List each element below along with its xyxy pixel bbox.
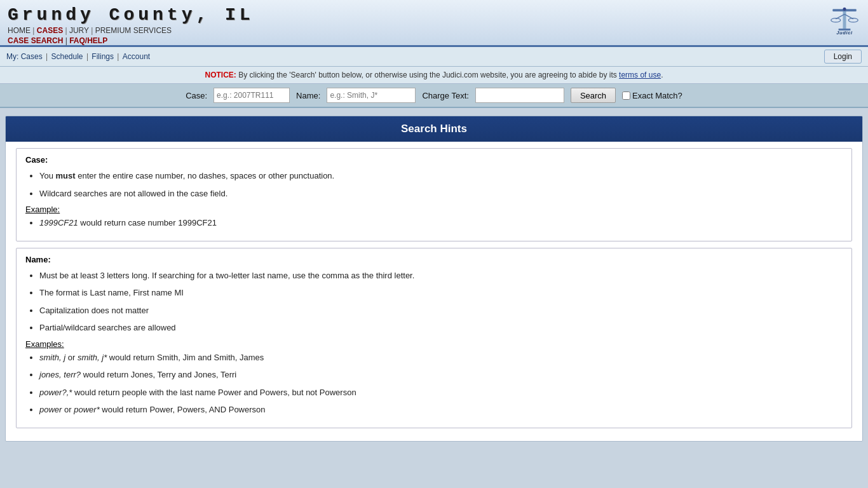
nav-jury[interactable]: JURY — [69, 26, 89, 35]
name-bullet-3: Capitalization does not matter — [39, 304, 843, 317]
search-button[interactable]: Search — [571, 88, 616, 103]
nav-filings[interactable]: Filings — [92, 52, 114, 61]
name-section-title: Name: — [25, 255, 843, 264]
nav-secondary: CASE SEARCH | FAQ/HELP — [8, 36, 254, 45]
case-label: Case: — [186, 91, 207, 100]
case-example-1: 1999CF21 would return case number 1999CF… — [39, 217, 843, 229]
logo-area: Judici — [825, 5, 860, 39]
judici-logo: Judici — [825, 5, 860, 37]
sep4: | — [63, 36, 69, 45]
name-bullet-1: Must be at least 3 letters long. If sear… — [39, 269, 843, 282]
site-title: Grundy County, IL — [8, 5, 254, 25]
case-bullet-2: Wildcard searches are not allowed in the… — [39, 187, 843, 200]
name-bullets: Must be at least 3 letters long. If sear… — [25, 269, 843, 334]
case-input[interactable] — [214, 88, 290, 103]
nav-my-cases[interactable]: My: Cases — [6, 52, 43, 61]
search-hints-header: Search Hints — [6, 116, 862, 142]
logo-svg: Judici — [829, 5, 860, 37]
my-cases-bar: My: Cases | Schedule | Filings | Account… — [0, 47, 868, 67]
name-examples-label: Examples: — [25, 339, 843, 349]
name-bullet-4: Partial/wildcard searches are allowed — [39, 322, 843, 334]
name-input[interactable] — [327, 88, 416, 103]
case-hint-section: Case: You must enter the entire case num… — [16, 148, 852, 241]
notice-bar: NOTICE: By clicking the 'Search' button … — [0, 67, 868, 84]
sep1: | — [31, 26, 37, 35]
main-content: Search Hints Case: You must enter the en… — [5, 116, 863, 442]
header-left: Grundy County, IL HOME | CASES | JURY | … — [8, 5, 254, 45]
nav-home[interactable]: HOME — [8, 26, 31, 35]
charge-label: Charge Text: — [422, 91, 468, 100]
sep3: | — [89, 26, 95, 35]
sep2: | — [63, 26, 69, 35]
page-header: Grundy County, IL HOME | CASES | JURY | … — [0, 0, 868, 47]
sep-mc1: | — [46, 52, 50, 61]
name-hint-section: Name: Must be at least 3 letters long. I… — [16, 248, 852, 428]
exact-match-label: Exact Match? — [622, 91, 682, 100]
sep-mc2: | — [86, 52, 90, 61]
svg-rect-0 — [843, 9, 846, 29]
svg-text:Judici: Judici — [836, 30, 853, 36]
name-example-1: smith, j or smith, j* would return Smith… — [39, 351, 843, 364]
exact-match-checkbox[interactable] — [622, 92, 630, 100]
svg-point-2 — [843, 8, 846, 11]
case-example-label: Example: — [25, 205, 843, 214]
notice-suffix: . — [661, 71, 663, 79]
name-label: Name: — [296, 91, 320, 100]
name-example-bullets: smith, j or smith, j* would return Smith… — [25, 351, 843, 416]
exact-match-text: Exact Match? — [632, 91, 682, 100]
nav-cases[interactable]: CASES — [37, 26, 63, 35]
hints-body: Case: You must enter the entire case num… — [6, 142, 862, 441]
name-example-2: jones, terr? would return Jones, Terry a… — [39, 369, 843, 381]
nav-faq[interactable]: FAQ/HELP — [69, 36, 107, 45]
login-button[interactable]: Login — [824, 50, 862, 64]
case-section-title: Case: — [25, 155, 843, 165]
nav-case-search[interactable]: CASE SEARCH — [8, 36, 63, 45]
my-cases-nav: My: Cases | Schedule | Filings | Account — [6, 52, 150, 61]
notice-text: By clicking the 'Search' button below, o… — [238, 71, 617, 79]
case-bullet-1: You must enter the entire case number, n… — [39, 170, 843, 182]
case-example-bullets: 1999CF21 would return case number 1999CF… — [25, 217, 843, 229]
name-bullet-2: The format is Last name, First name MI — [39, 287, 843, 299]
nav-premium[interactable]: PREMIUM SERVICES — [95, 26, 172, 35]
name-example-4: power or power* would return Power, Powe… — [39, 403, 843, 416]
nav-schedule[interactable]: Schedule — [51, 52, 83, 61]
nav-account[interactable]: Account — [123, 52, 150, 61]
name-example-3: power?,* would return people with the la… — [39, 386, 843, 399]
charge-input[interactable] — [475, 88, 564, 103]
notice-label: NOTICE: — [205, 71, 236, 79]
terms-of-use-link[interactable]: terms of use — [619, 71, 661, 79]
sep-mc3: | — [117, 52, 121, 61]
nav-top: HOME | CASES | JURY | PREMIUM SERVICES — [8, 26, 254, 35]
search-bar: Case: Name: Charge Text: Search Exact Ma… — [0, 84, 868, 108]
case-bullets: You must enter the entire case number, n… — [25, 170, 843, 200]
